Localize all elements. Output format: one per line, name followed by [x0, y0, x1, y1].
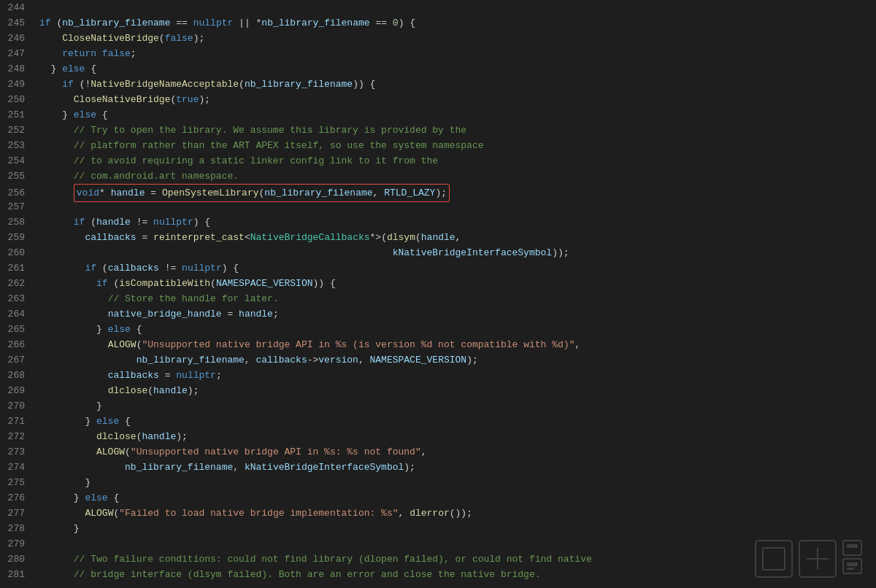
code-editor: 244 245 if (nb_library_filename == nullp…	[0, 0, 876, 588]
code-line-250: 250 CloseNativeBridge(true);	[0, 92, 876, 107]
line-number: 258	[0, 214, 36, 230]
line-content: // Two failure conditions: could not fin…	[36, 552, 876, 567]
svg-rect-8	[847, 562, 858, 566]
line-number: 275	[0, 475, 36, 490]
line-number: 252	[0, 123, 36, 138]
line-content: kNativeBridgeInterfaceSymbol));	[36, 245, 876, 260]
line-content: nb_library_filename, kNativeBridgeInterf…	[36, 460, 876, 475]
line-content: dlclose(handle);	[36, 429, 876, 444]
svg-rect-0	[756, 541, 792, 577]
line-number: 272	[0, 429, 36, 444]
line-content: callbacks = nullptr;	[36, 368, 876, 383]
line-content: // com.android.art namespace.	[36, 169, 876, 184]
code-line-245: 245 if (nb_library_filename == nullptr |…	[0, 15, 876, 31]
line-content: ALOGW("Unsupported native bridge API in …	[36, 444, 876, 460]
code-line-248: 248 } else {	[0, 61, 876, 77]
line-number: 250	[0, 92, 36, 107]
line-number: 263	[0, 291, 36, 306]
line-number: 274	[0, 460, 36, 475]
line-number: 270	[0, 398, 36, 414]
line-number: 266	[0, 337, 36, 352]
line-content: if (nb_library_filename == nullptr || *n…	[36, 15, 876, 31]
code-line-256: 256 void* handle = OpenSystemLibrary(nb_…	[0, 184, 876, 199]
svg-rect-9	[847, 568, 854, 570]
code-line-277: 277 ALOGW("Failed to load native bridge …	[0, 506, 876, 521]
line-content: }	[36, 521, 876, 536]
code-line-255: 255 // com.android.art namespace.	[0, 169, 876, 184]
line-content: if (callbacks != nullptr) {	[36, 260, 876, 276]
line-number: 253	[0, 138, 36, 153]
code-line-249: 249 if (!NativeBridgeNameAcceptable(nb_l…	[0, 77, 876, 92]
code-line-278: 278 }	[0, 521, 876, 536]
line-content: callbacks = reinterpret_cast<NativeBridg…	[36, 230, 876, 245]
line-content: } else {	[36, 107, 876, 123]
line-number: 259	[0, 230, 36, 245]
line-content: // bridge interface (dlsym failed). Both…	[36, 567, 876, 582]
line-number: 281	[0, 567, 36, 582]
line-number: 271	[0, 414, 36, 429]
code-line-275: 275 }	[0, 475, 876, 490]
line-number: 262	[0, 276, 36, 291]
code-line-268: 268 callbacks = nullptr;	[0, 368, 876, 383]
line-number: 245	[0, 15, 36, 31]
line-number: 277	[0, 506, 36, 521]
line-content: // Try to open the library. We assume th…	[36, 123, 876, 138]
code-line-270: 270 }	[0, 398, 876, 414]
line-content: return false;	[36, 46, 876, 61]
line-content: // Store the handle for later.	[36, 291, 876, 306]
line-content: } else {	[36, 490, 876, 506]
code-line-266: 266 ALOGW("Unsupported native bridge API…	[0, 337, 876, 352]
line-number: 280	[0, 552, 36, 567]
code-line-273: 273 ALOGW("Unsupported native bridge API…	[0, 444, 876, 460]
code-line-263: 263 // Store the handle for later.	[0, 291, 876, 306]
code-line-274: 274 nb_library_filename, kNativeBridgeIn…	[0, 460, 876, 475]
line-content: void* handle = OpenSystemLibrary(nb_libr…	[36, 184, 876, 202]
code-line-253: 253 // platform rather than the ART APEX…	[0, 138, 876, 153]
line-content: } else {	[36, 414, 876, 429]
line-number: 273	[0, 444, 36, 460]
code-line-272: 272 dlclose(handle);	[0, 429, 876, 444]
line-number: 257	[0, 199, 36, 214]
line-number: 244	[0, 0, 36, 15]
line-number: 256	[0, 185, 36, 201]
code-line-264: 264 native_bridge_handle = handle;	[0, 306, 876, 322]
code-line-244: 244	[0, 0, 876, 15]
line-number: 265	[0, 322, 36, 337]
code-line-271: 271 } else {	[0, 414, 876, 429]
code-line-260: 260 kNativeBridgeInterfaceSymbol));	[0, 245, 876, 260]
code-line-259: 259 callbacks = reinterpret_cast<NativeB…	[0, 230, 876, 245]
code-line-258: 258 if (handle != nullptr) {	[0, 214, 876, 230]
line-content: nb_library_filename, callbacks->version,…	[36, 352, 876, 368]
code-line-280: 280 // Two failure conditions: could not…	[0, 552, 876, 567]
line-number: 268	[0, 368, 36, 383]
line-content: dlclose(handle);	[36, 383, 876, 398]
code-line-246: 246 CloseNativeBridge(false);	[0, 31, 876, 46]
svg-rect-1	[763, 548, 785, 570]
line-number: 251	[0, 107, 36, 123]
line-number: 254	[0, 153, 36, 169]
line-number: 279	[0, 536, 36, 552]
line-content: ALOGW("Unsupported native bridge API in …	[36, 337, 876, 352]
line-content: if (isCompatibleWith(NAMESPACE_VERSION))…	[36, 276, 876, 291]
code-line-254: 254 // to avoid requiring a static linke…	[0, 153, 876, 169]
code-line-265: 265 } else {	[0, 322, 876, 337]
line-content: } else {	[36, 61, 876, 77]
line-content: ALOGW("Failed to load native bridge impl…	[36, 506, 876, 521]
code-line-276: 276 } else {	[0, 490, 876, 506]
line-content: }	[36, 398, 876, 414]
code-line-251: 251 } else {	[0, 107, 876, 123]
line-number: 260	[0, 245, 36, 260]
line-number: 264	[0, 306, 36, 322]
line-content: // to avoid requiring a static linker co…	[36, 153, 876, 169]
line-content: if (!NativeBridgeNameAcceptable(nb_libra…	[36, 77, 876, 92]
line-number: 247	[0, 46, 36, 61]
line-number: 267	[0, 352, 36, 368]
code-line-262: 262 if (isCompatibleWith(NAMESPACE_VERSI…	[0, 276, 876, 291]
line-number: 246	[0, 31, 36, 46]
code-line-281: 281 // bridge interface (dlsym failed). …	[0, 567, 876, 582]
line-content: CloseNativeBridge(true);	[36, 92, 876, 107]
svg-rect-7	[847, 544, 858, 548]
code-line-252: 252 // Try to open the library. We assum…	[0, 123, 876, 138]
line-number: 249	[0, 77, 36, 92]
line-content: } else {	[36, 322, 876, 337]
